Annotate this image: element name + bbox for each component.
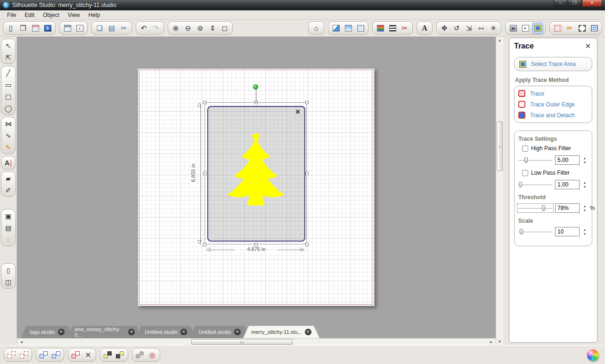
copy-button[interactable]: ❏ (94, 23, 105, 34)
paste-button[interactable]: ▤ (106, 23, 117, 34)
horizontal-scroll-thumb[interactable]: ||| (191, 339, 293, 345)
cut-border-button[interactable] (576, 23, 588, 34)
scroll-down-icon[interactable]: ▾ (496, 338, 503, 345)
scroll-right-icon[interactable]: ▸ (488, 339, 495, 345)
selection-handle[interactable] (203, 172, 206, 175)
tab-merry-stitchy-active[interactable]: merry_stitchy-11.stu... ✕ (243, 326, 319, 338)
tab-untitled-2[interactable]: Untitled.studio ✕ (189, 326, 250, 338)
close-button[interactable]: ✕ (582, 0, 602, 7)
move-button[interactable]: ✥ (439, 23, 450, 34)
zoom-selection-button[interactable]: ⊚ (195, 23, 206, 34)
vertical-scrollbar[interactable]: ▴ ▾ ≡ (496, 37, 503, 345)
send-to-back-button[interactable] (114, 349, 126, 361)
registration-marks-button[interactable] (552, 23, 563, 34)
low-pass-value-input[interactable] (555, 180, 580, 189)
eraser-tool[interactable]: ▰ (2, 173, 14, 184)
tab-close-icon[interactable]: ✕ (128, 329, 135, 335)
bring-to-front-button[interactable] (102, 349, 114, 361)
selection-handle[interactable] (203, 243, 206, 246)
print-button[interactable] (62, 23, 73, 34)
menu-file[interactable]: File (3, 11, 20, 19)
menu-help[interactable]: Help (84, 11, 105, 19)
spin-up-icon[interactable]: ▲ (582, 205, 587, 208)
spin-down-icon[interactable]: ▼ (582, 186, 587, 188)
pan-button[interactable]: ⇕ (207, 23, 218, 34)
vertical-scroll-thumb[interactable]: ≡ (497, 121, 503, 171)
scroll-left-icon[interactable]: ◂ (18, 339, 25, 345)
save-to-library-button[interactable]: b (42, 23, 53, 34)
my-library-button[interactable]: M (507, 23, 519, 34)
select-trace-area-button[interactable]: Select Trace Area (514, 57, 592, 71)
modify-button[interactable]: ✳ (488, 23, 499, 34)
group-button[interactable] (6, 349, 17, 361)
sketch-pens-button[interactable]: ✏ (564, 23, 575, 34)
menu-edit[interactable]: Edit (20, 11, 39, 19)
knife-tool[interactable]: ✐ (2, 185, 14, 195)
redo-button[interactable]: ↷ (150, 23, 162, 34)
tab-close-icon[interactable]: ✕ (58, 329, 65, 335)
spin-up-icon[interactable]: ▲ (582, 228, 587, 231)
trace-button[interactable] (532, 23, 543, 34)
release-compound-path-button[interactable] (50, 349, 62, 361)
delete-button[interactable]: ✕ (82, 349, 94, 361)
trace-method-and-detach[interactable]: Trace and Detach (518, 110, 588, 121)
zoom-out-button[interactable]: ⊖ (182, 23, 194, 34)
undo-button[interactable]: ↶ (138, 23, 149, 34)
fill-color-button[interactable] (330, 23, 342, 34)
send-to-silhouette-button[interactable]: ‹ (74, 23, 85, 34)
tab-close-icon[interactable]: ✕ (234, 329, 241, 335)
text-style-button[interactable]: A (419, 23, 430, 34)
fit-to-page-button[interactable]: ◻ (219, 23, 230, 34)
edit-points-tool[interactable]: ⇱ (2, 52, 14, 63)
line-color-button[interactable] (375, 23, 386, 34)
restore-button[interactable]: ❐ (568, 0, 581, 7)
page-view-split[interactable]: ◫ (2, 276, 14, 287)
page-view-single[interactable]: ▯ (2, 265, 14, 275)
menu-view[interactable]: View (64, 11, 84, 19)
high-pass-slider[interactable] (518, 157, 552, 163)
cut-style-button[interactable]: ✂ (399, 23, 410, 34)
align-button[interactable]: ⇿ (475, 23, 487, 34)
lasso-select-tool[interactable]: ◌ (2, 234, 14, 245)
tab-close-icon[interactable]: ✕ (180, 329, 187, 335)
menu-object[interactable]: Object (39, 11, 64, 19)
scale-button[interactable]: ⇲ (463, 23, 474, 34)
selection-handle[interactable] (305, 172, 309, 175)
curve-tool[interactable]: ∿ (2, 130, 14, 141)
rounded-rectangle-tool[interactable]: ▢ (2, 91, 14, 102)
selection-handle[interactable] (305, 243, 309, 246)
scale-value-input[interactable] (555, 227, 580, 236)
spin-down-icon[interactable]: ▼ (582, 161, 587, 164)
slider-thumb[interactable] (520, 229, 523, 235)
color-wheel-icon[interactable] (587, 349, 598, 361)
cut-button[interactable]: ✂ (118, 23, 130, 34)
notes-tool[interactable]: ▤ (2, 222, 14, 233)
new-document-button[interactable]: ▯ (5, 23, 16, 34)
home-button[interactable]: ⌂ (311, 23, 322, 34)
christmas-tree-image[interactable] (226, 131, 286, 207)
rotate-button[interactable]: ↺ (451, 23, 462, 34)
fill-pattern-button[interactable] (355, 23, 366, 34)
trace-method-trace[interactable]: Trace (518, 88, 588, 99)
minimize-button[interactable]: – (554, 0, 567, 7)
line-style-button[interactable] (387, 23, 398, 34)
threshold-value-input[interactable] (555, 203, 580, 213)
fill-gradient-button[interactable] (343, 23, 354, 34)
show-grid-button[interactable] (589, 23, 600, 34)
select-tool[interactable]: ↖ (2, 40, 14, 51)
spin-down-icon[interactable]: ▼ (582, 209, 587, 212)
ellipse-tool[interactable]: ◯ (2, 103, 14, 113)
trace-panel-close-icon[interactable]: ✕ (584, 42, 592, 50)
tab-sew-snowy-stitchy[interactable]: sew_snowy_stitchy-0... ✕ (67, 326, 142, 338)
polygon-tool[interactable]: ⋈ (2, 118, 14, 129)
high-pass-value-input[interactable] (555, 155, 580, 165)
low-pass-filter-checkbox[interactable] (522, 170, 528, 176)
selection-handle[interactable] (203, 101, 206, 104)
tab-close-icon[interactable]: ✕ (305, 329, 311, 335)
shape-select-tool[interactable]: ▣ (2, 210, 14, 221)
offset-button[interactable]: ◎ (147, 349, 158, 361)
horizontal-scrollbar[interactable]: ◂ ▸ ||| (17, 338, 496, 345)
page-settings-button[interactable]: ▸ (520, 23, 531, 34)
tab-tags-studio[interactable]: tags.studio ✕ (21, 326, 74, 338)
make-compound-path-button[interactable] (38, 349, 49, 361)
